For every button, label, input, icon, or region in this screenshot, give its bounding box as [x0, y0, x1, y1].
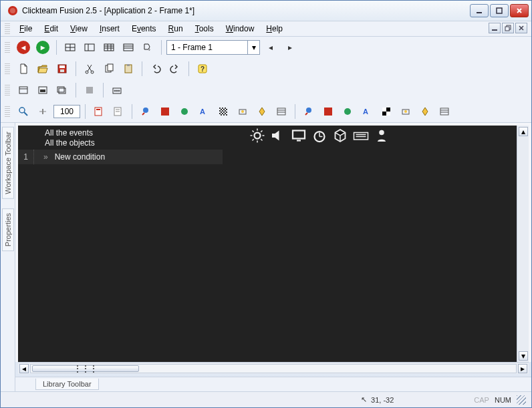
- frame-editor-button[interactable]: [81, 39, 98, 56]
- svg-rect-6: [505, 27, 509, 31]
- redo-button[interactable]: [166, 60, 184, 77]
- nav-back-button[interactable]: ◂: [15, 39, 32, 56]
- svg-rect-34: [40, 89, 45, 92]
- svg-rect-17: [124, 44, 133, 51]
- event-editor[interactable]: All the events All the objects 1: [18, 126, 517, 362]
- filter-a1-button[interactable]: [137, 103, 154, 120]
- filter-b5-button[interactable]: [378, 103, 395, 120]
- svg-point-59: [241, 110, 244, 113]
- toolbar-grip-icon[interactable]: [5, 63, 10, 74]
- zoom-slider-button[interactable]: [34, 103, 51, 120]
- zoom-value[interactable]: 100: [53, 105, 80, 118]
- sound-icon[interactable]: [270, 128, 286, 144]
- mdi-close-button[interactable]: [515, 23, 527, 33]
- close-button[interactable]: [510, 4, 529, 17]
- player-icon[interactable]: [374, 128, 390, 144]
- open-button[interactable]: [34, 60, 51, 77]
- vertical-scrollbar[interactable]: ▴ ▾: [517, 126, 529, 362]
- event-list-editor-button[interactable]: [120, 39, 137, 56]
- new-button[interactable]: [15, 60, 32, 77]
- nav-forward-button[interactable]: ▸: [34, 39, 51, 56]
- svg-text:♪: ♪: [148, 47, 150, 51]
- menu-run[interactable]: Run: [163, 23, 188, 35]
- resize-grip[interactable]: [517, 395, 526, 405]
- display-icon[interactable]: [291, 128, 307, 144]
- menu-file[interactable]: File: [14, 23, 37, 35]
- toolbar-grip-icon[interactable]: [5, 106, 10, 117]
- menu-insert[interactable]: Insert: [94, 23, 125, 35]
- svg-rect-60: [277, 108, 285, 115]
- scroll-track[interactable]: ⋮⋮⋮: [30, 364, 517, 373]
- filter-a8-button[interactable]: [273, 103, 290, 120]
- toolbar-grip-icon[interactable]: [5, 23, 10, 34]
- filter-b3-button[interactable]: [339, 103, 356, 120]
- scroll-left-button[interactable]: ◂: [19, 364, 29, 373]
- scroll-right-button[interactable]: ▸: [518, 364, 527, 373]
- svg-rect-4: [492, 29, 497, 31]
- paste-button[interactable]: [120, 60, 137, 77]
- menu-help[interactable]: Help: [261, 23, 288, 35]
- menu-edit[interactable]: Edit: [39, 23, 63, 35]
- svg-point-65: [344, 108, 351, 115]
- undo-button[interactable]: [147, 60, 164, 77]
- mdi-restore-button[interactable]: [502, 23, 514, 33]
- mdi-minimize-button[interactable]: [489, 23, 501, 33]
- prev-frame-button[interactable]: ◂: [262, 39, 279, 56]
- save-button[interactable]: [53, 60, 71, 77]
- data-elements-button[interactable]: ♪: [139, 39, 156, 56]
- properties-tab[interactable]: Properties: [2, 208, 14, 251]
- storyboard-editor-button[interactable]: [61, 39, 79, 56]
- filter-a3-button[interactable]: [176, 103, 193, 120]
- menu-events[interactable]: Events: [126, 23, 162, 35]
- build-button[interactable]: [108, 81, 126, 99]
- filter-a4-button[interactable]: A: [195, 103, 213, 120]
- event-row[interactable]: 1 » New condition: [18, 150, 223, 164]
- help-button[interactable]: ?: [194, 60, 211, 77]
- filter-b7-button[interactable]: [416, 103, 434, 120]
- filter-b1-button[interactable]: [300, 103, 317, 120]
- library-toolbar-tab[interactable]: Library Toolbar: [35, 379, 99, 390]
- filter-a6-button[interactable]: [234, 103, 251, 120]
- scroll-down-button[interactable]: ▾: [519, 351, 528, 361]
- zoom-tool-button[interactable]: [15, 103, 32, 120]
- menu-view[interactable]: View: [65, 23, 93, 35]
- svg-point-53: [181, 108, 188, 115]
- svg-text:?: ?: [201, 65, 205, 73]
- menu-window[interactable]: Window: [221, 23, 260, 35]
- keyboard-icon[interactable]: [353, 128, 369, 144]
- stop-button[interactable]: [81, 81, 98, 99]
- menu-tools[interactable]: Tools: [190, 23, 219, 35]
- timer-icon[interactable]: [311, 128, 327, 144]
- frame-selector[interactable]: ▾: [166, 40, 260, 55]
- filter-a5-button[interactable]: [215, 103, 232, 120]
- workspace-toolbar-tab[interactable]: Workspace Toolbar: [2, 127, 14, 199]
- filter-b2-button[interactable]: [319, 103, 337, 120]
- maximize-button[interactable]: [490, 4, 509, 17]
- new-condition-label[interactable]: New condition: [55, 152, 105, 162]
- toolbar-grip-icon[interactable]: [5, 85, 10, 95]
- event-tool-1-button[interactable]: [90, 103, 108, 120]
- event-tool-2-button[interactable]: [110, 103, 127, 120]
- filter-b4-button[interactable]: A: [358, 103, 376, 120]
- event-editor-button[interactable]: [100, 39, 118, 56]
- run-project-button[interactable]: [53, 81, 71, 99]
- scroll-thumb[interactable]: ⋮⋮⋮: [32, 365, 139, 372]
- horizontal-scrollbar[interactable]: ◂ ⋮⋮⋮ ▸: [18, 362, 529, 374]
- run-application-button[interactable]: [34, 81, 51, 99]
- scroll-up-button[interactable]: ▴: [519, 127, 528, 136]
- filter-a2-button[interactable]: [156, 103, 174, 120]
- settings-icon[interactable]: [249, 128, 265, 144]
- filter-b6-button[interactable]: [397, 103, 414, 120]
- run-frame-button[interactable]: [15, 81, 32, 99]
- frame-selector-input[interactable]: [167, 41, 247, 54]
- minimize-button[interactable]: [470, 4, 489, 17]
- cut-button[interactable]: [81, 60, 98, 77]
- chevron-down-icon[interactable]: ▾: [247, 41, 259, 54]
- filter-b8-button[interactable]: [436, 103, 453, 120]
- next-frame-button[interactable]: ▸: [281, 39, 299, 56]
- filter-a7-button[interactable]: [253, 103, 271, 120]
- toolbar-grip-icon[interactable]: [5, 42, 10, 53]
- create-object-icon[interactable]: [332, 128, 348, 144]
- copy-button[interactable]: [100, 60, 118, 77]
- titlebar[interactable]: Clickteam Fusion 2.5 - [Application 2 - …: [1, 1, 531, 21]
